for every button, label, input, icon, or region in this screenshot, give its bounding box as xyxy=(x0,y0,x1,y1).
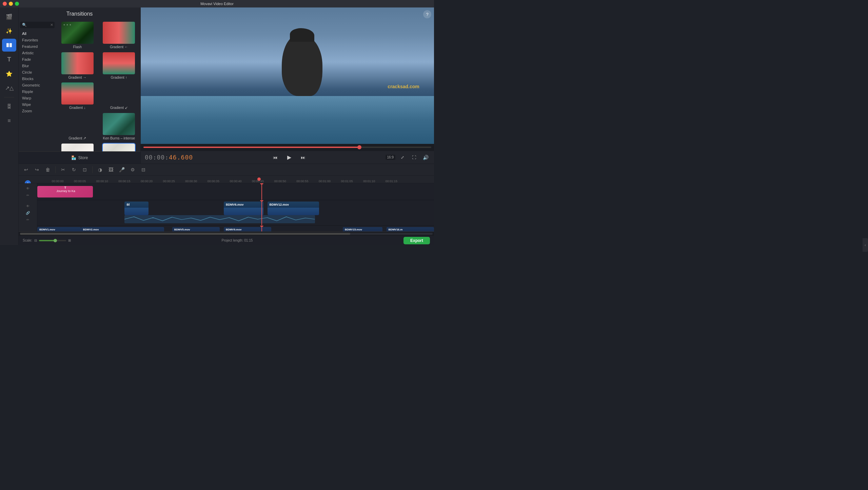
volume-button[interactable]: 🔊 xyxy=(421,153,430,162)
category-fade[interactable]: Fade xyxy=(20,56,55,62)
category-favorites[interactable]: Favorites xyxy=(20,37,55,43)
tool-effects[interactable]: ✨ xyxy=(2,24,16,37)
scale-thumb[interactable] xyxy=(54,239,57,242)
transition-gradient-up[interactable]: Gradient ↑ xyxy=(100,52,139,80)
cut-button[interactable]: ✂ xyxy=(58,165,68,174)
category-circle[interactable]: Circle xyxy=(20,69,55,75)
bottom-bar: Scale: ⊟ ⊞ Project length: 01:15 Export xyxy=(19,235,434,245)
audio-button[interactable]: 🎤 xyxy=(117,165,126,174)
rock-shape xyxy=(282,35,322,96)
category-wipe[interactable]: Wipe xyxy=(20,101,55,108)
audio-eq-button[interactable]: ⊟ xyxy=(139,165,148,174)
crop-button[interactable]: ⊡ xyxy=(80,165,90,174)
scroll-thumb[interactable] xyxy=(20,233,350,235)
category-warp[interactable]: Warp xyxy=(20,95,55,101)
tool-transitions[interactable] xyxy=(2,39,16,52)
expand-button[interactable]: ⤢ xyxy=(398,153,407,162)
title-clip-journey[interactable]: T Journey to Ka xyxy=(37,186,93,197)
category-featured[interactable]: Featured xyxy=(20,43,55,50)
title-track-controls: 👁 ✏ xyxy=(19,183,37,200)
play-button[interactable]: ▶ xyxy=(284,152,295,163)
broll-clip-bdmv12[interactable]: BDMV12.mov xyxy=(268,202,319,215)
main-track-eye[interactable]: 👁 xyxy=(25,230,31,231)
watermark: cracksad.com xyxy=(388,84,419,89)
category-all[interactable]: All xyxy=(20,31,55,37)
scale-increase-icon[interactable]: ⊞ xyxy=(68,239,71,242)
transition-ken-smooth[interactable]: Ken Burns –smooth xyxy=(100,144,139,151)
ruler-mark-3: 00:00:15 xyxy=(118,180,130,183)
delete-button[interactable]: 🗑 xyxy=(43,165,53,174)
store-button[interactable]: 🏪 Store xyxy=(71,155,88,160)
scale-decrease-icon[interactable]: ⊟ xyxy=(34,239,37,242)
transition-ken-sharp[interactable]: Ken Burns – sharp xyxy=(58,144,97,151)
preview-video: cracksad.com ? xyxy=(141,7,434,144)
tool-titles[interactable]: T xyxy=(2,53,16,66)
traffic-lights xyxy=(3,2,19,6)
minimize-button[interactable] xyxy=(9,2,13,6)
main-clip-bdmv2[interactable]: BDMV2.mov xyxy=(81,227,164,231)
ruler-mark-5: 00:00:25 xyxy=(163,180,175,183)
broll-clip-bl[interactable]: Bl xyxy=(124,202,148,215)
help-button[interactable]: ? xyxy=(423,10,431,18)
category-artistic[interactable]: Artistic xyxy=(20,50,55,56)
export-button[interactable]: Export xyxy=(403,237,430,244)
playback-right-controls: 16:9 ⤢ ⛶ 🔊 xyxy=(386,153,430,162)
tool-media[interactable]: 🎬 xyxy=(2,10,16,23)
category-geometric[interactable]: Geometric xyxy=(20,82,55,88)
tool-filter[interactable]: 🎛 xyxy=(2,100,16,113)
prev-frame-button[interactable]: ⏮ xyxy=(271,153,280,162)
main-clip-bdmv9[interactable]: BDMV9.mov xyxy=(224,227,271,231)
close-button[interactable] xyxy=(3,2,7,6)
transition-gradient-down[interactable]: Gradient ↓ xyxy=(58,82,97,110)
color-button[interactable]: ◑ xyxy=(95,165,105,174)
scale-slider[interactable] xyxy=(39,240,66,241)
transition-flash[interactable]: Flash xyxy=(58,22,97,50)
timeline-scrollbar[interactable] xyxy=(19,231,434,235)
search-bar[interactable]: 🔍 ✕ xyxy=(20,22,55,28)
undo-button[interactable]: ↩ xyxy=(21,165,31,174)
ruler-mark-8: 00:00:40 xyxy=(230,180,241,183)
tool-menu[interactable]: ≡ xyxy=(2,114,16,127)
broll-track-link[interactable]: 🔗 xyxy=(25,210,31,216)
transition-gradient-dr-label: Gradient ↗ xyxy=(68,136,86,141)
main-video-track-content: BDMV1.mov BDMV2.mov BDMV5.mov xyxy=(37,226,434,231)
transition-gradient-left[interactable]: Gradient ← xyxy=(100,22,139,50)
transition-ken-intense[interactable]: Ken Burns – intense xyxy=(100,113,139,141)
title-track-eye[interactable]: 👁 xyxy=(25,186,31,191)
broll-track-edit[interactable]: ✏ xyxy=(25,217,31,223)
rotate-button[interactable]: ↻ xyxy=(69,165,79,174)
tool-motion[interactable]: ↗△ xyxy=(2,81,16,94)
title-track-lock[interactable]: ✏ xyxy=(25,192,31,198)
next-frame-button[interactable]: ⏭ xyxy=(299,153,308,162)
search-clear-button[interactable]: ✕ xyxy=(50,23,53,27)
transition-gradient-dr[interactable]: Gradient ↗ xyxy=(58,113,97,141)
main-clip-bdmv1[interactable]: BDMV1.mov xyxy=(37,227,81,231)
svg-rect-1 xyxy=(9,43,12,47)
category-blur[interactable]: Blur xyxy=(20,63,55,69)
progress-thumb[interactable] xyxy=(357,145,361,149)
transition-gradient-dl[interactable]: Gradient ↙ xyxy=(100,82,139,110)
main-layout: 🎬 ✨ T ⭐ ↗△ 🎛 ≡ Transitions xyxy=(0,7,434,245)
progress-track[interactable] xyxy=(143,147,431,148)
category-zoom[interactable]: Zoom xyxy=(20,108,55,114)
main-clip-bdmv15[interactable]: BDMV15.mov xyxy=(343,227,382,231)
broll-clip-bdmv6[interactable]: BDMV6.mov xyxy=(224,202,263,215)
fullscreen-button[interactable]: ⛶ xyxy=(410,153,418,162)
category-blocks[interactable]: Blocks xyxy=(20,76,55,82)
water-area xyxy=(141,96,434,144)
main-clip-bdmv16[interactable]: BDMV16.m xyxy=(387,227,434,231)
transition-flash-label: Flash xyxy=(73,45,82,50)
redo-button[interactable]: ↪ xyxy=(32,165,42,174)
maximize-button[interactable] xyxy=(15,2,19,6)
broll-track-eye[interactable]: 👁 xyxy=(25,204,31,209)
settings-button[interactable]: ⚙ xyxy=(128,165,137,174)
scroll-track[interactable] xyxy=(20,233,433,235)
category-ripple[interactable]: Ripple xyxy=(20,89,55,95)
tool-stickers[interactable]: ⭐ xyxy=(2,67,16,80)
toolbar-separator-1 xyxy=(55,166,56,173)
search-input[interactable] xyxy=(28,23,50,27)
transition-gradient-right[interactable]: Gradient → xyxy=(58,52,97,80)
main-clip-bdmv5[interactable]: BDMV5.mov xyxy=(172,227,220,231)
svg-rect-0 xyxy=(6,43,9,47)
image-button[interactable]: 🖼 xyxy=(106,165,116,174)
